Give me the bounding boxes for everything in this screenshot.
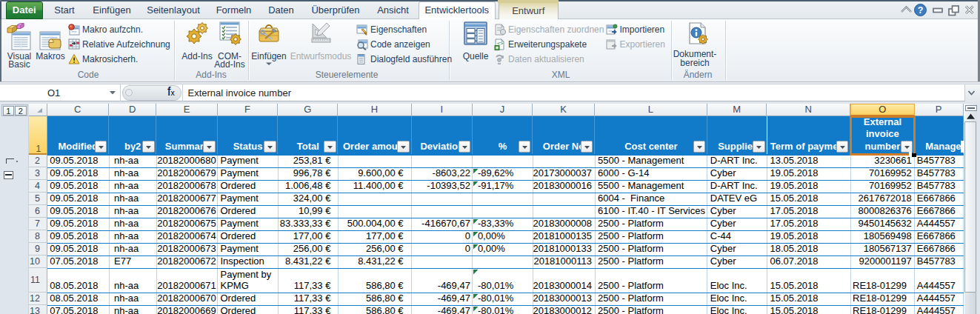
- svg-text:?: ?: [918, 5, 924, 16]
